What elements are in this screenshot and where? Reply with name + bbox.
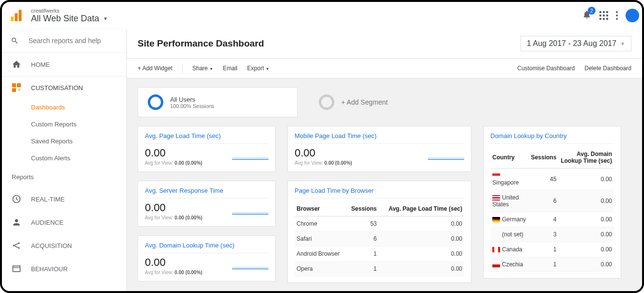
nav-acquisition[interactable]: ACQUISITION bbox=[2, 234, 126, 257]
notification-badge: 2 bbox=[588, 7, 596, 15]
widget-avg: Avg for View: 0.00 (0.00%) bbox=[145, 160, 268, 166]
person-icon bbox=[12, 217, 21, 227]
svg-rect-2 bbox=[19, 10, 22, 21]
nav-home[interactable]: HOME bbox=[2, 53, 126, 76]
view-selector[interactable]: All Web Site Data ▼ bbox=[31, 14, 108, 24]
segment-subtitle: 100.00% Sessions bbox=[170, 103, 214, 109]
table-row[interactable]: United States60.00 bbox=[490, 190, 614, 212]
th-country: Country bbox=[490, 147, 529, 169]
table-row[interactable]: Chrome530.00 bbox=[295, 216, 464, 231]
flag-icon bbox=[492, 232, 500, 237]
svg-rect-0 bbox=[11, 16, 14, 21]
cell-browser: Opera bbox=[295, 262, 346, 277]
table-row[interactable]: Android Browser10.00 bbox=[295, 247, 464, 262]
cell-country: Czechia bbox=[490, 257, 529, 272]
separator bbox=[182, 63, 183, 73]
customisation-icon: + bbox=[12, 83, 21, 92]
widget-avg-server-response[interactable]: Avg. Server Response Time 0.00 Avg for V… bbox=[138, 181, 276, 227]
widget-title: Mobile Page Load Time (sec) bbox=[295, 132, 464, 144]
cell-browser: Android Browser bbox=[295, 247, 346, 262]
nav-behaviour[interactable]: BEHAVIOUR bbox=[2, 257, 126, 280]
flag-icon bbox=[492, 217, 500, 222]
share-icon bbox=[12, 241, 21, 250]
export-button[interactable]: Export ▼ bbox=[247, 65, 269, 72]
search-row[interactable] bbox=[2, 29, 126, 52]
flag-icon bbox=[492, 173, 500, 179]
widget-mobile-page-load[interactable]: Mobile Page Load Time (sec) 0.00 Avg for… bbox=[287, 126, 471, 172]
nav-label: HOME bbox=[31, 61, 50, 68]
cell-sessions: 1 bbox=[346, 262, 379, 277]
nav-audience[interactable]: AUDIENCE bbox=[2, 211, 126, 234]
add-segment-button[interactable]: + Add Segment bbox=[309, 87, 397, 117]
segment-title: All Users bbox=[170, 96, 214, 103]
cell-avg: 0.00 bbox=[558, 227, 614, 242]
table-row[interactable]: Czechia10.00 bbox=[490, 257, 614, 272]
svg-point-10 bbox=[18, 247, 19, 248]
cell-avg: 0.00 bbox=[379, 231, 464, 247]
table-row[interactable]: Germany40.00 bbox=[490, 212, 614, 227]
caret-down-icon: ▼ bbox=[103, 16, 108, 21]
segment-all-users[interactable]: All Users 100.00% Sessions bbox=[138, 87, 298, 117]
th-sessions: Sessions bbox=[346, 201, 379, 216]
subnav-saved-reports[interactable]: Saved Reports bbox=[31, 133, 126, 150]
widget-avg-domain-lookup[interactable]: Avg. Domain Lookup Time (sec) 0.00 Avg f… bbox=[138, 235, 276, 281]
nav-customisation[interactable]: + CUSTOMISATION bbox=[2, 77, 126, 99]
nav-label: AUDIENCE bbox=[31, 219, 63, 226]
th-avg: Avg. Page Load Time (sec) bbox=[379, 201, 464, 216]
cell-avg: 0.00 bbox=[558, 169, 614, 190]
nav-realtime[interactable]: REAL-TIME bbox=[2, 187, 126, 211]
main-content: Site Performance Dashboard 1 Aug 2017 - … bbox=[127, 29, 642, 291]
nav-label: REAL-TIME bbox=[31, 196, 64, 203]
clock-icon bbox=[12, 194, 21, 204]
cell-avg: 0.00 bbox=[558, 242, 614, 257]
delete-dashboard-button[interactable]: Delete Dashboard bbox=[584, 65, 631, 72]
date-range-picker[interactable]: 1 Aug 2017 - 23 Aug 2017 ▼ bbox=[520, 36, 631, 51]
apps-icon[interactable] bbox=[599, 11, 608, 20]
widget-avg: Avg for View: 0.00 (0.00%) bbox=[295, 160, 464, 166]
subnav-custom-alerts[interactable]: Custom Alerts bbox=[31, 150, 126, 167]
nav-label: ACQUISITION bbox=[31, 242, 72, 249]
widget-title: Avg. Server Response Time bbox=[145, 187, 268, 199]
svg-rect-1 bbox=[15, 13, 18, 21]
cell-browser: Chrome bbox=[295, 216, 346, 231]
email-button[interactable]: Email bbox=[223, 65, 237, 72]
avatar[interactable] bbox=[626, 9, 639, 22]
widget-title: Page Load Time by Browser bbox=[295, 187, 464, 199]
notifications-button[interactable]: 2 bbox=[582, 10, 592, 21]
flag-icon bbox=[492, 247, 500, 252]
svg-point-8 bbox=[13, 245, 15, 246]
cell-country: United States bbox=[490, 190, 529, 212]
widget-avg: Avg for View: 0.00 (0.00%) bbox=[145, 215, 268, 220]
page-title: Site Performance Dashboard bbox=[138, 38, 264, 49]
table-row[interactable]: (not set)30.00 bbox=[490, 227, 614, 242]
widget-browser-table[interactable]: Page Load Time by Browser Browser Sessio… bbox=[287, 181, 471, 283]
subnav-custom-reports[interactable]: Custom Reports bbox=[31, 116, 126, 133]
sparkline bbox=[232, 154, 268, 160]
subnav-dashboards[interactable]: Dashboards bbox=[31, 99, 126, 116]
cell-sessions: 3 bbox=[529, 227, 559, 242]
search-input[interactable] bbox=[29, 37, 118, 45]
table-row[interactable]: Canada10.00 bbox=[490, 242, 614, 257]
widget-country-table[interactable]: Domain Lookup by Country Country Session… bbox=[483, 126, 621, 278]
sparkline bbox=[232, 263, 268, 269]
table-row[interactable]: Safari60.00 bbox=[295, 231, 464, 247]
share-button[interactable]: Share ▼ bbox=[192, 65, 213, 72]
cell-avg: 0.00 bbox=[379, 262, 464, 277]
reports-section-label: Reports bbox=[2, 167, 126, 187]
flag-icon bbox=[492, 195, 500, 200]
cell-sessions: 45 bbox=[529, 169, 559, 190]
search-icon bbox=[11, 36, 19, 46]
add-segment-label: + Add Segment bbox=[341, 98, 388, 106]
table-row[interactable]: Opera10.00 bbox=[295, 262, 464, 277]
widget-title: Avg. Domain Lookup Time (sec) bbox=[145, 242, 268, 253]
svg-rect-3 bbox=[12, 83, 16, 87]
widget-avg-page-load[interactable]: Avg. Page Load Time (sec) 0.00 Avg for V… bbox=[138, 126, 276, 172]
cell-avg: 0.00 bbox=[558, 190, 614, 212]
add-widget-button[interactable]: + Add Widget bbox=[138, 65, 173, 72]
customise-dashboard-button[interactable]: Customise Dashboard bbox=[518, 65, 575, 72]
segment-ring-icon bbox=[148, 94, 163, 110]
table-row[interactable]: Singapore450.00 bbox=[490, 169, 614, 190]
kebab-menu-icon[interactable] bbox=[616, 11, 618, 20]
cell-country: Canada bbox=[490, 242, 529, 257]
svg-rect-4 bbox=[17, 83, 21, 87]
